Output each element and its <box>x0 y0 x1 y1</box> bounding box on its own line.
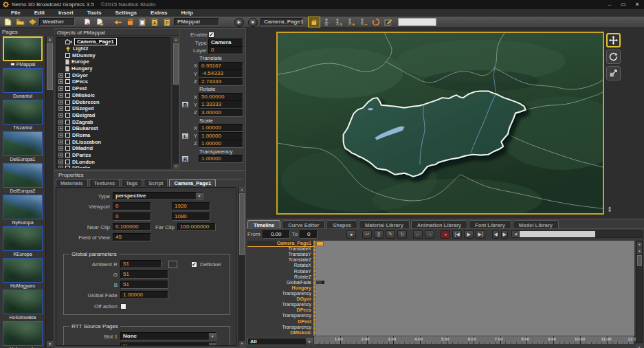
clipboard-page-button[interactable]: P <box>162 17 173 27</box>
duplicate-page-button[interactable] <box>94 17 105 27</box>
page-thumbnail[interactable] <box>3 36 43 61</box>
track-transparency[interactable]: Transparency <box>247 302 313 307</box>
edit-box-button[interactable] <box>383 17 394 27</box>
menu-item-file[interactable]: File <box>4 9 27 17</box>
menu-item-settings[interactable]: Settings <box>108 9 144 17</box>
page-thumbnail[interactable] <box>3 290 43 314</box>
scrollbar-thumb[interactable] <box>520 231 595 237</box>
open-scene-button[interactable] <box>14 17 25 27</box>
chevron-down-icon[interactable]: ▼ <box>195 193 203 199</box>
slot-dropdown-slot-2[interactable]: None▼ <box>120 342 216 346</box>
tab-model-library[interactable]: Model Library <box>513 220 559 228</box>
object-ddebrecen[interactable]: +DDebrecen <box>56 98 170 105</box>
scroll-left-icon[interactable]: ◀ <box>512 231 519 237</box>
translate-z-field[interactable]: 2.74333 <box>199 78 243 86</box>
rotate-y-field[interactable]: 1.33333 <box>199 100 243 109</box>
viewport-width-field[interactable]: 1920 <box>172 202 210 210</box>
global-fade-field[interactable]: 1.00000 <box>120 291 168 299</box>
tab-materials[interactable]: Materials <box>56 179 88 186</box>
rotate-z-field[interactable]: 3.00000 <box>199 109 243 117</box>
scrollbar-thumb[interactable] <box>239 193 245 255</box>
object-europe[interactable]: Europe <box>56 58 170 65</box>
clipboard-button[interactable] <box>137 17 148 27</box>
timeline-grid[interactable] <box>313 241 634 336</box>
chevron-down-icon[interactable]: ▼ <box>208 343 216 346</box>
track-globalfade[interactable]: GlobalFade <box>247 280 313 285</box>
tab-animation-library[interactable]: Animation Library <box>411 220 467 228</box>
track-transparency[interactable]: Transparency <box>247 313 313 318</box>
expand-plus-icon[interactable]: + <box>58 146 63 151</box>
page-thumbnail[interactable] <box>3 163 43 188</box>
track-transparency[interactable]: Transparency <box>247 291 313 296</box>
camera-name-field[interactable]: Camera_Page1 <box>260 18 303 26</box>
ambient-color-swatch[interactable] <box>168 261 177 268</box>
tab-textures[interactable]: Textures <box>89 179 120 186</box>
off-action-checkbox[interactable] <box>120 303 126 309</box>
play-timeline-button[interactable]: ▶ <box>464 230 474 239</box>
object-dmadrid[interactable]: +DMadrid <box>56 145 170 152</box>
detach-arrow-button[interactable] <box>112 17 123 27</box>
page-item-dunantul[interactable]: Dunantul <box>0 68 45 99</box>
stop-page-button[interactable]: ■ <box>248 18 258 27</box>
scroll-down-icon[interactable]: ▼ <box>173 164 179 169</box>
object-droma[interactable]: +DRoma <box>56 132 170 139</box>
slot-dropdown-slot-1[interactable]: None▼ <box>120 332 216 340</box>
relative-mode-button[interactable]: R <box>181 155 189 162</box>
scale-x-field[interactable]: 1.00000 <box>199 124 243 132</box>
track-filter-dropdown[interactable]: All ▼ <box>247 338 313 345</box>
expand-plus-icon[interactable]: + <box>58 133 63 138</box>
page-thumbnail[interactable] <box>3 100 43 124</box>
play-page-button[interactable]: ▶ <box>234 18 244 27</box>
expand-plus-icon[interactable]: + <box>58 106 63 111</box>
object-dpest[interactable]: +DPest <box>56 85 170 92</box>
expand-plus-icon[interactable]: + <box>58 73 63 78</box>
timeline-playhead[interactable] <box>315 241 316 336</box>
jump-back-button[interactable]: ↩ <box>362 230 372 239</box>
tab-font-library[interactable]: Font Library <box>469 220 511 228</box>
page-item-hoszlovakia[interactable]: HoSzlovakia <box>0 290 45 320</box>
viewport-height-field[interactable]: 1080 <box>172 213 210 221</box>
track-camera-page1[interactable]: Camera_Page1 <box>247 241 313 246</box>
far-clip-field[interactable]: 100.000000 <box>177 223 216 231</box>
from-field[interactable]: 0.00 <box>263 230 290 239</box>
select-hierarchy-button[interactable] <box>333 17 344 27</box>
record-button[interactable]: ● <box>346 230 356 239</box>
layer-field[interactable]: 0 <box>208 46 243 54</box>
tab-script[interactable]: Script <box>144 179 168 186</box>
menu-item-help[interactable]: Help <box>174 9 199 17</box>
scrollbar-thumb[interactable] <box>637 255 642 266</box>
select-object-button[interactable] <box>321 17 332 27</box>
record-key-button[interactable]: ● <box>441 230 450 239</box>
expand-plus-icon[interactable]: + <box>58 93 63 98</box>
track-rotatex[interactable]: RotateX <box>247 263 313 268</box>
link-object-button[interactable] <box>346 17 357 27</box>
tab-tags[interactable]: Tags <box>121 179 142 186</box>
object-dparizs[interactable]: +DParizs <box>56 152 170 159</box>
copy-page-button[interactable] <box>82 17 93 27</box>
tab-timeline[interactable]: Timeline <box>247 220 280 228</box>
expand-plus-icon[interactable]: + <box>58 140 63 144</box>
ambient-b-field[interactable]: 51 <box>120 281 168 289</box>
page-thumbnail[interactable] <box>3 321 43 346</box>
scrollbar-thumb[interactable] <box>47 43 53 90</box>
prev-key-button[interactable]: ← <box>413 230 423 239</box>
timeline-v-scrollbar[interactable]: ▼ ▲ <box>636 241 643 343</box>
scroll-down-icon[interactable]: ▼ <box>637 242 642 248</box>
skip-start-button[interactable]: |◀ <box>452 230 462 239</box>
unlink-object-button[interactable] <box>358 17 369 27</box>
loop-button[interactable]: ↻ <box>397 230 407 239</box>
object-camera-page1[interactable]: Camera_Page1 <box>56 39 170 45</box>
scroll-up-icon[interactable]: ▲ <box>637 248 642 254</box>
deflicker-checkbox[interactable]: ✓ <box>191 261 197 268</box>
track-dgyor[interactable]: DGyor <box>247 296 313 302</box>
object-dlondon[interactable]: +DLondon <box>56 158 170 165</box>
translate-y-field[interactable]: -4.54333 <box>199 69 243 78</box>
clipboard-animation-button[interactable]: A <box>149 17 160 27</box>
track-translatex[interactable]: TranslateX <box>247 246 313 252</box>
page-item-nyeuropa[interactable]: NyEuropa <box>0 195 45 226</box>
rotate-x-field[interactable]: 50.00000 <box>199 93 243 101</box>
tab-shapes[interactable]: Shapes <box>326 220 357 228</box>
new-scene-button[interactable] <box>2 17 13 27</box>
page-item-keuropa[interactable]: KEuropa <box>0 226 45 257</box>
track-rotatez[interactable]: RotateZ <box>247 274 313 280</box>
